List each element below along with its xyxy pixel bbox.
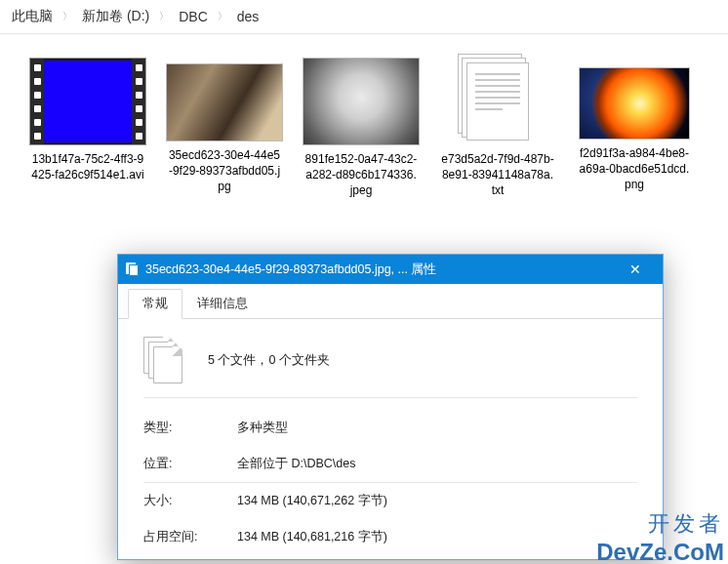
dialog-tabs: 常规 详细信息 <box>118 284 663 319</box>
tab-general[interactable]: 常规 <box>128 289 182 319</box>
image-thumbnail-icon <box>303 58 420 145</box>
breadcrumb-item[interactable]: DBC <box>175 7 212 26</box>
breadcrumb[interactable]: 此电脑 〉 新加卷 (D:) 〉 DBC 〉 des <box>0 0 728 34</box>
file-item-text[interactable]: e73d5a2d-7f9d-487b-8e91-83941148a78a.txt <box>439 58 556 199</box>
summary-row: 5 个文件，0 个文件夹 <box>143 337 637 398</box>
file-item-image[interactable]: 891fe152-0a47-43c2-a282-d89c6b174336.jpe… <box>303 58 420 199</box>
file-item-image[interactable]: 35ecd623-30e4-44e5-9f29-89373afbdd05.jpg <box>166 58 283 199</box>
prop-value: 134 MB (140,681,216 字节) <box>237 529 637 545</box>
prop-value: 全部位于 D:\DBC\des <box>237 456 637 472</box>
file-item-video[interactable]: 13b1f47a-75c2-4ff3-9425-fa26c9f514e1.avi <box>29 58 146 199</box>
prop-label: 占用空间: <box>143 529 237 545</box>
dialog-body: 5 个文件，0 个文件夹 类型: 多种类型 位置: 全部位于 D:\DBC\de… <box>118 319 663 559</box>
chevron-right-icon: 〉 <box>212 10 233 23</box>
prop-row-size: 大小: 134 MB (140,671,262 字节) <box>143 483 637 519</box>
chevron-right-icon: 〉 <box>57 10 78 23</box>
file-label: f2d91f3a-a984-4be8-a69a-0bacd6e51dcd.png <box>576 145 693 193</box>
file-item-image[interactable]: f2d91f3a-a984-4be8-a69a-0bacd6e51dcd.png <box>576 58 693 199</box>
breadcrumb-item[interactable]: 新加卷 (D:) <box>78 6 153 27</box>
prop-row-location: 位置: 全部位于 D:\DBC\des <box>143 446 637 483</box>
multi-file-icon <box>143 337 182 383</box>
image-thumbnail-icon <box>166 63 283 141</box>
prop-value: 多种类型 <box>237 420 637 436</box>
prop-row-disk: 占用空间: 134 MB (140,681,216 字节) <box>143 519 637 555</box>
file-label: 891fe152-0a47-43c2-a282-d89c6b174336.jpe… <box>303 151 420 199</box>
summary-text: 5 个文件，0 个文件夹 <box>208 352 330 369</box>
file-grid[interactable]: 13b1f47a-75c2-4ff3-9425-fa26c9f514e1.avi… <box>0 34 728 199</box>
image-thumbnail-icon <box>579 67 690 140</box>
close-button[interactable]: ✕ <box>614 255 657 284</box>
breadcrumb-item[interactable]: 此电脑 <box>8 6 57 27</box>
prop-value: 134 MB (140,671,262 字节) <box>237 493 637 509</box>
prop-label: 大小: <box>143 493 237 509</box>
file-label: e73d5a2d-7f9d-487b-8e91-83941148a78a.txt <box>439 151 556 199</box>
properties-dialog: 35ecd623-30e4-44e5-9f29-89373afbdd05.jpg… <box>117 254 664 560</box>
prop-label: 类型: <box>143 420 237 436</box>
text-file-icon <box>439 58 556 145</box>
prop-row-type: 类型: 多种类型 <box>143 410 637 446</box>
close-icon: ✕ <box>629 262 641 277</box>
chevron-right-icon: 〉 <box>153 10 175 23</box>
files-icon <box>126 262 140 276</box>
prop-label: 位置: <box>143 456 237 472</box>
file-label: 35ecd623-30e4-44e5-9f29-89373afbdd05.jpg <box>166 147 283 195</box>
dialog-titlebar[interactable]: 35ecd623-30e4-44e5-9f29-89373afbdd05.jpg… <box>118 255 663 284</box>
dialog-title: 35ecd623-30e4-44e5-9f29-89373afbdd05.jpg… <box>145 262 614 278</box>
video-thumbnail-icon <box>29 58 146 145</box>
tab-details[interactable]: 详细信息 <box>182 289 263 319</box>
file-label: 13b1f47a-75c2-4ff3-9425-fa26c9f514e1.avi <box>29 151 146 182</box>
breadcrumb-item[interactable]: des <box>233 7 263 26</box>
